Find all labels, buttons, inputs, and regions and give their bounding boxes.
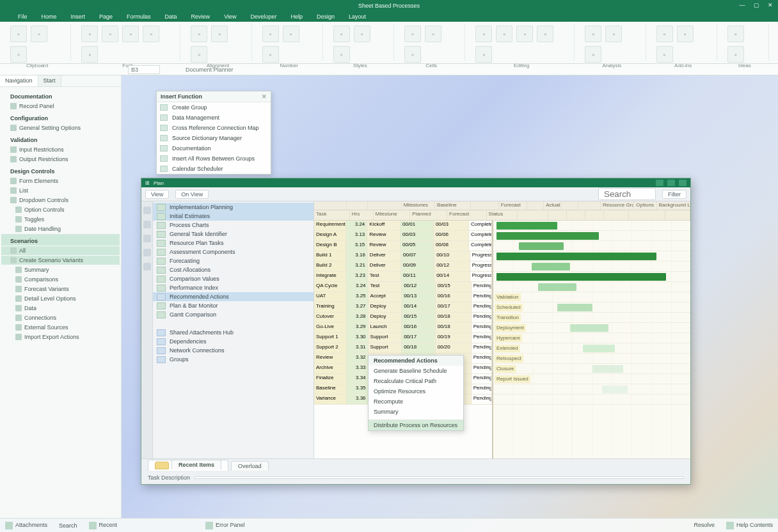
task-cell[interactable]: 3.29 (347, 323, 369, 333)
ribbon-button[interactable]: ▫ (262, 26, 279, 42)
task-cell[interactable]: 3.33 (347, 364, 369, 374)
search-input[interactable] (598, 188, 656, 200)
task-cell[interactable]: 00/13 (402, 292, 436, 302)
task-cell[interactable]: 3.24 (346, 221, 367, 231)
task-cell[interactable]: Support 2 (314, 343, 347, 354)
status-center[interactable]: Error Panel (205, 522, 245, 529)
gantt-row[interactable]: Deployment (493, 323, 690, 333)
close-icon[interactable]: ✕ (262, 93, 267, 100)
task-cell[interactable]: 00/10 (434, 251, 470, 262)
ribbon-button[interactable]: ▫ (143, 26, 159, 42)
ribbon-button[interactable]: ▫ (283, 26, 299, 42)
column-group-header[interactable] (561, 201, 578, 210)
task-cell[interactable]: 3.28 (347, 313, 369, 323)
task-row[interactable]: Integrate3.23Test00/1100/14Progress (314, 272, 492, 282)
tree-item[interactable]: Detail Level Options (1, 294, 120, 303)
task-row[interactable]: Cutover3.28Deploy00/1500/18Pending (314, 313, 492, 323)
tree-item[interactable]: Output Restrictions (1, 155, 120, 164)
task-cell[interactable]: Review (367, 231, 401, 241)
tree-item[interactable]: Comparisons (1, 275, 120, 284)
task-cell[interactable]: Variance (314, 395, 347, 405)
tree-item[interactable]: Connections (1, 313, 120, 322)
ribbon-button[interactable]: ▫ (191, 26, 207, 42)
task-cell[interactable]: 00/18 (402, 343, 436, 354)
task-cell[interactable]: Pending (472, 282, 492, 292)
column-group-header[interactable] (368, 201, 401, 210)
task-cell[interactable]: 3.13 (346, 231, 367, 241)
submenu-item[interactable]: Recalculate Critical Path (369, 376, 463, 386)
plan-nav-item[interactable]: General Task Identifier (153, 230, 314, 239)
task-cell[interactable]: 3.35 (347, 384, 369, 395)
gantt-row[interactable]: Validation (493, 292, 690, 302)
menu-item[interactable]: Layout (349, 13, 366, 20)
gantt-bar[interactable] (519, 242, 564, 250)
gantt-row[interactable] (493, 395, 690, 405)
task-cell[interactable]: Pending (472, 364, 492, 374)
task-row[interactable]: Build 23.21Deliver00/0900/12Progress (314, 262, 492, 272)
task-cell[interactable]: Progress (470, 262, 492, 272)
gantt-bar[interactable] (496, 232, 599, 240)
task-row[interactable]: Go-Live3.29Launch00/1600/18Pending (314, 323, 492, 333)
task-row[interactable]: Design B3.15Review00/0500/08Complete (314, 241, 492, 251)
close-icon[interactable] (679, 180, 687, 186)
ribbon-button[interactable]: ▫ (727, 46, 744, 63)
column-header[interactable]: Milestone (374, 210, 411, 220)
column-group-header[interactable] (578, 201, 601, 210)
task-cell[interactable]: Kickoff (367, 221, 401, 231)
tree-item[interactable]: Toggles (1, 215, 120, 224)
maximize-icon[interactable] (667, 180, 675, 186)
task-cell[interactable]: 3.25 (347, 292, 369, 302)
menu-item[interactable]: Home (42, 13, 57, 20)
gantt-row[interactable]: Report Issued (493, 374, 690, 384)
column-header[interactable]: Planned (410, 210, 447, 220)
gantt-bar[interactable] (557, 304, 592, 311)
ribbon-button[interactable]: ▫ (496, 26, 512, 42)
menu-item[interactable]: View (224, 13, 236, 20)
task-cell[interactable]: Pending (472, 292, 492, 302)
column-group-header[interactable]: Resource Grouped (601, 201, 634, 210)
task-cell[interactable]: Support 1 (314, 333, 347, 343)
tree-group[interactable]: Documentation (1, 90, 120, 101)
tree-item[interactable]: Option Controls (1, 205, 120, 214)
task-cell[interactable]: 3.27 (347, 302, 369, 313)
column-group-header[interactable]: Options (634, 201, 656, 210)
column-group-header[interactable]: Forecast (499, 201, 527, 210)
close-icon[interactable]: ✕ (766, 1, 774, 9)
task-cell[interactable]: Complete (469, 231, 492, 241)
task-row[interactable]: Build 13.16Deliver00/0700/10Progress (314, 251, 492, 262)
task-cell[interactable]: Test (369, 282, 402, 292)
task-cell[interactable]: 00/16 (402, 323, 436, 333)
ribbon-button[interactable]: ▫ (10, 26, 27, 42)
tree-item[interactable]: Forecast Variants (1, 285, 120, 293)
tree-item[interactable]: All (1, 246, 120, 255)
name-box[interactable]: B3 (128, 65, 160, 74)
menu-item[interactable]: Insert (71, 13, 86, 20)
tree-item[interactable]: Input Restrictions (1, 145, 120, 154)
task-row[interactable]: QA Cycle3.24Test00/1200/15Pending (314, 282, 492, 292)
task-cell[interactable]: Go-Live (314, 323, 347, 333)
gantt-row[interactable]: Hypercare (493, 333, 690, 343)
plan-nav-item[interactable]: Dependencies (153, 337, 314, 346)
ribbon-button[interactable]: ▫ (605, 26, 622, 42)
gantt-row[interactable]: Closure (493, 364, 690, 374)
plan-nav-item[interactable]: Groups (153, 355, 314, 364)
task-cell[interactable]: Launch (369, 323, 402, 333)
gantt-bar[interactable] (496, 273, 666, 281)
plan-nav-item[interactable]: Performance Index (153, 283, 314, 292)
minimize-icon[interactable]: — (738, 1, 746, 9)
task-cell[interactable]: UAT (314, 292, 347, 302)
task-cell[interactable]: 00/18 (436, 313, 472, 323)
submenu-item[interactable]: Recompute (369, 396, 463, 407)
task-cell[interactable]: 3.36 (347, 395, 369, 405)
plan-nav-item[interactable]: Resource Plan Tasks (153, 239, 314, 247)
rail-icon[interactable] (143, 235, 151, 242)
plan-nav-item[interactable]: Plan & Bar Monitor (153, 301, 314, 310)
task-cell[interactable]: 00/09 (401, 262, 434, 272)
plan-nav-item[interactable]: Assessment Components (153, 247, 314, 256)
menu-item[interactable]: Insert All Rows Between Groups (157, 153, 271, 164)
menu-item[interactable]: File (18, 13, 28, 20)
tree-item[interactable]: List (1, 186, 120, 195)
column-group-header[interactable]: Milestones (402, 201, 435, 210)
status-item[interactable]: Resolve (694, 522, 715, 529)
toolbar-onview[interactable]: On View (175, 190, 209, 199)
